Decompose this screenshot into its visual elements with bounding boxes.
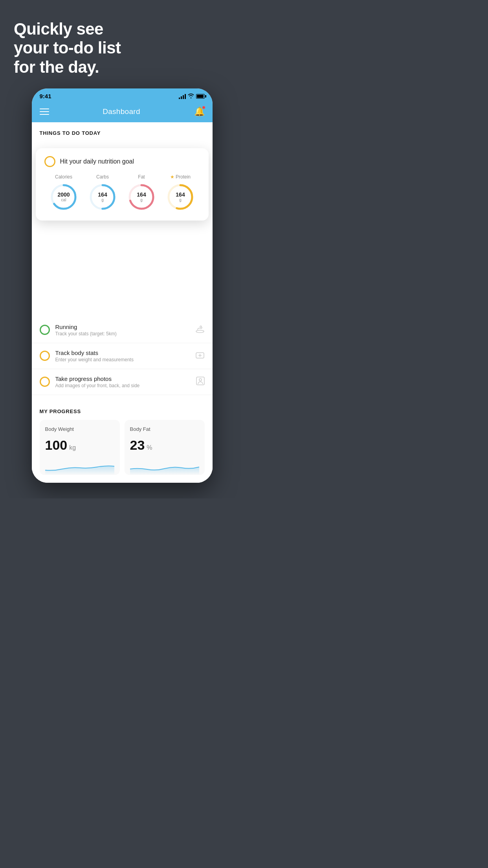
status-time: 9:41	[40, 93, 51, 99]
protein-value: 164	[176, 192, 185, 198]
carbs-label: Carbs	[96, 174, 109, 180]
svg-point-8	[196, 330, 204, 333]
task-running[interactable]: Running Track your stats (target: 5km)	[32, 317, 213, 343]
hero-section: Quickly see your to-do list for the day.	[0, 0, 244, 88]
task-sub-body-stats: Enter your weight and measurements	[55, 357, 190, 362]
battery-icon	[196, 94, 205, 99]
body-weight-number: 100	[45, 438, 68, 453]
carbs-item: Carbs 164 g	[88, 174, 117, 211]
task-circle-body-stats	[40, 351, 50, 361]
body-weight-chart	[45, 459, 114, 475]
calories-item: Calories 2000 cal	[50, 174, 78, 211]
menu-button[interactable]	[40, 108, 49, 115]
notification-button[interactable]: 🔔	[194, 107, 205, 117]
svg-point-14	[199, 379, 202, 381]
things-section-header: THINGS TO DO TODAY	[32, 122, 213, 140]
protein-unit: g	[176, 198, 185, 202]
body-fat-value-row: 23 %	[130, 438, 199, 453]
body-weight-label: Body Weight	[45, 426, 114, 432]
carbs-circle: 164 g	[88, 183, 117, 211]
body-weight-card[interactable]: Body Weight 100 kg	[40, 420, 120, 475]
notification-dot	[202, 106, 205, 109]
task-info-body-stats: Track body stats Enter your weight and m…	[55, 349, 190, 362]
protein-item: ★ Protein 164 g	[166, 174, 194, 211]
hero-title: Quickly see your to-do list for the day.	[14, 20, 232, 77]
progress-title: MY PROGRESS	[40, 408, 205, 414]
body-fat-label: Body Fat	[130, 426, 199, 432]
scale-icon	[195, 351, 205, 361]
nutrition-circles: Calories 2000 cal	[44, 174, 200, 211]
task-name-photos: Take progress photos	[55, 375, 191, 382]
progress-section: MY PROGRESS Body Weight 100 kg	[32, 399, 213, 483]
protein-circle: 164 g	[166, 183, 194, 211]
body-fat-chart	[130, 459, 199, 475]
app-header: Dashboard 🔔	[32, 103, 213, 122]
task-progress-photos[interactable]: Take progress photos Add images of your …	[32, 369, 213, 395]
nutrition-card: Hit your daily nutrition goal Calories	[36, 148, 209, 221]
task-info-photos: Take progress photos Add images of your …	[55, 375, 191, 388]
task-sub-running: Track your stats (target: 5km)	[55, 331, 190, 337]
fat-circle: 164 g	[127, 183, 156, 211]
calories-value: 2000	[57, 192, 70, 198]
phone-frame: 9:41	[32, 88, 213, 483]
body-fat-card[interactable]: Body Fat 23 %	[125, 420, 205, 475]
task-circle-photos	[40, 377, 50, 387]
task-sub-photos: Add images of your front, back, and side	[55, 383, 191, 388]
body-fat-unit: %	[147, 444, 152, 451]
status-icons	[179, 93, 205, 99]
wifi-icon	[188, 93, 194, 99]
phone-wrapper: 9:41	[0, 88, 244, 498]
task-info-running: Running Track your stats (target: 5km)	[55, 324, 190, 337]
task-body-stats[interactable]: Track body stats Enter your weight and m…	[32, 343, 213, 369]
task-name-running: Running	[55, 324, 190, 330]
protein-label: ★ Protein	[170, 174, 191, 180]
star-icon: ★	[170, 174, 174, 180]
signal-icon	[179, 94, 186, 99]
app-body: THINGS TO DO TODAY Hit your daily nutrit…	[32, 122, 213, 483]
task-list: Running Track your stats (target: 5km)	[32, 317, 213, 395]
task-circle-running	[40, 325, 50, 335]
task-name-body-stats: Track body stats	[55, 349, 190, 356]
fat-value: 164	[137, 192, 146, 198]
body-weight-unit: kg	[69, 444, 76, 451]
carbs-unit: g	[98, 198, 107, 202]
svg-point-9	[200, 326, 202, 327]
fat-unit: g	[137, 198, 146, 202]
fat-item: Fat 164 g	[127, 174, 156, 211]
app-title: Dashboard	[103, 107, 140, 116]
calories-label: Calories	[55, 174, 72, 180]
nutrition-card-header: Hit your daily nutrition goal	[44, 156, 200, 167]
carbs-value: 164	[98, 192, 107, 198]
progress-cards: Body Weight 100 kg	[40, 420, 205, 475]
goal-circle-indicator	[44, 156, 55, 167]
body-weight-value-row: 100 kg	[45, 438, 114, 453]
person-icon	[196, 377, 205, 387]
status-bar: 9:41	[32, 88, 213, 103]
running-icon	[195, 325, 205, 335]
things-title: THINGS TO DO TODAY	[40, 130, 101, 136]
calories-circle: 2000 cal	[50, 183, 78, 211]
calories-unit: cal	[57, 198, 70, 202]
nutrition-card-title: Hit your daily nutrition goal	[60, 158, 134, 165]
fat-label: Fat	[138, 174, 145, 180]
body-fat-number: 23	[130, 438, 145, 453]
